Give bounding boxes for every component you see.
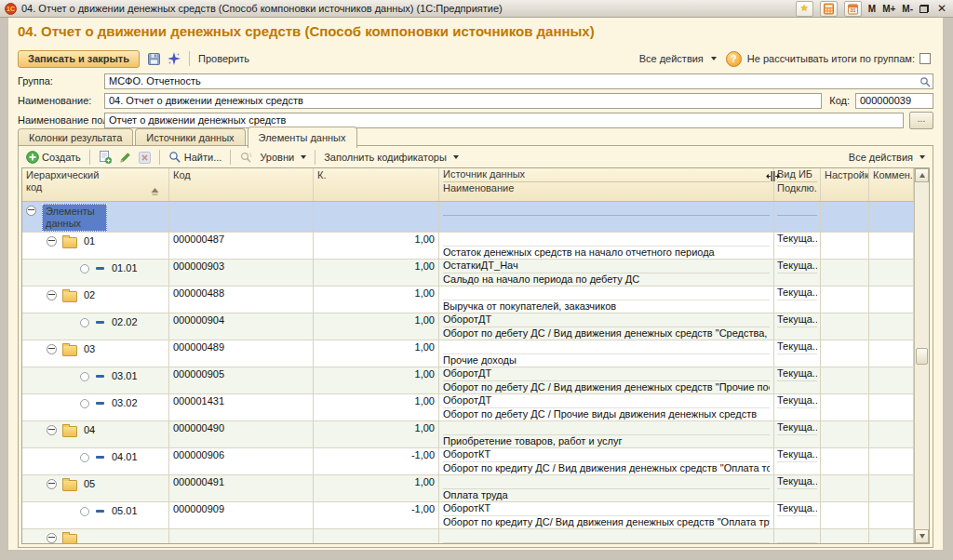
memory-m-plus-button[interactable]: M+ xyxy=(882,4,895,14)
table-row[interactable] xyxy=(22,529,914,543)
code-cell xyxy=(169,202,314,232)
coefficient-cell: 1,00 xyxy=(314,340,439,367)
source-line xyxy=(443,287,770,300)
table-row[interactable]: 05 000000491 1,00 Оплата труда Текуща... xyxy=(22,475,914,502)
create-button[interactable]: Создать xyxy=(22,150,85,165)
close-window-icon[interactable]: ✕ xyxy=(935,2,948,15)
header-hier-code[interactable]: Иерархический код xyxy=(22,168,169,201)
calculator-icon[interactable] xyxy=(820,1,838,17)
table-row[interactable]: 03 000000489 1,00 Прочие доходы Текуща..… xyxy=(22,340,914,367)
hier-code-cell: 01 xyxy=(22,233,169,259)
element-dash-icon xyxy=(96,456,104,459)
hier-code-cell: 02.02 xyxy=(22,313,169,340)
collapse-icon[interactable] xyxy=(26,206,36,216)
table-row-root[interactable]: Элементы данных xyxy=(22,202,914,233)
check-sparkle-icon-button[interactable] xyxy=(164,51,184,66)
settings-cell xyxy=(821,233,869,259)
header-settings[interactable]: Настройка xyxy=(821,168,869,201)
tree-rows: Элементы данных xyxy=(22,202,914,543)
group-field[interactable] xyxy=(104,73,933,89)
ib-kind-cell xyxy=(774,202,821,232)
levels-button[interactable]: Уровни xyxy=(256,151,310,164)
vertical-scrollbar[interactable] xyxy=(914,168,929,543)
table-row[interactable]: 03.01 000000905 1,00 ОборотДТ Оборот по … xyxy=(22,367,914,394)
tab-result-columns[interactable]: Колонки результата xyxy=(18,128,133,147)
edit-button[interactable] xyxy=(115,151,135,165)
element-dash-icon xyxy=(96,510,104,513)
fill-codifiers-button[interactable]: Заполнить кодификаторы xyxy=(320,151,463,164)
scrollbar-thumb[interactable] xyxy=(916,348,928,365)
copy-button[interactable] xyxy=(95,150,115,165)
comment-cell xyxy=(869,202,914,232)
name-line: Сальдо на начало периода по дебету ДС xyxy=(443,273,770,286)
header-source-name[interactable]: Источник данных Наименование xyxy=(439,168,774,201)
scroll-down-icon[interactable] xyxy=(915,529,929,543)
chevron-down-icon xyxy=(919,155,925,159)
collapse-icon[interactable] xyxy=(47,290,57,300)
more-button[interactable]: ... xyxy=(909,112,933,129)
comment-cell xyxy=(869,313,914,340)
memory-m-minus-button[interactable]: M- xyxy=(902,4,913,14)
sort-ascending-icon xyxy=(151,188,159,196)
tab-data-sources[interactable]: Источники данных xyxy=(135,128,245,147)
settings-cell xyxy=(821,287,869,313)
save-button[interactable] xyxy=(144,52,164,66)
code-cell: 000000904 xyxy=(169,313,314,340)
element-circle-icon xyxy=(80,372,89,381)
clear-search-button[interactable] xyxy=(235,150,256,165)
code-cell: 000000903 xyxy=(169,260,314,286)
scrollbar-track[interactable] xyxy=(915,182,929,529)
coefficient-cell: 1,00 xyxy=(314,260,439,286)
settings-cell xyxy=(821,529,869,543)
sparkle-icon xyxy=(168,52,181,65)
1c-app-icon[interactable]: 1С xyxy=(5,3,17,15)
code-cell: 000000489 xyxy=(169,340,314,367)
delete-button[interactable] xyxy=(135,151,154,165)
code-label: Код: xyxy=(829,95,850,106)
chevron-down-icon xyxy=(453,155,459,159)
ib-kind-cell: Текуща... xyxy=(774,421,821,447)
calendar-icon[interactable]: 31 xyxy=(844,1,862,17)
no-group-totals-checkbox[interactable] xyxy=(919,53,931,64)
code-field[interactable] xyxy=(855,93,933,109)
collapse-icon[interactable] xyxy=(47,533,57,543)
table-row[interactable]: 04 000000490 1,00 Приобретение товаров, … xyxy=(22,421,914,448)
check-button[interactable]: Проверить xyxy=(195,52,253,65)
save-and-close-button[interactable]: Записать и закрыть xyxy=(18,50,140,68)
table-row[interactable]: 02.02 000000904 1,00 ОборотДТ Оборот по … xyxy=(22,313,914,340)
table-row[interactable]: 01.01 000000903 1,00 ОстаткиДТ_Нач Сальд… xyxy=(22,260,914,287)
favorites-star-icon[interactable]: ★ xyxy=(796,1,813,17)
lookup-magnifier-icon[interactable] xyxy=(919,76,931,87)
collapse-icon[interactable] xyxy=(47,344,57,354)
full-name-field[interactable] xyxy=(104,113,904,128)
all-actions-button[interactable]: Все действия xyxy=(636,52,720,65)
collapse-icon[interactable] xyxy=(47,479,57,489)
collapse-icon[interactable] xyxy=(47,425,57,435)
help-icon[interactable]: ? xyxy=(726,51,742,67)
element-dash-icon xyxy=(96,321,104,324)
header-coefficient[interactable]: К. xyxy=(314,168,439,201)
comment-cell xyxy=(869,475,914,501)
table-row[interactable]: 02 000000488 1,00 Выручка от покупателей… xyxy=(22,287,914,313)
memory-m-button[interactable]: M xyxy=(868,4,876,14)
collapse-icon[interactable] xyxy=(47,236,57,247)
coefficient-cell: 1,00 xyxy=(314,287,439,313)
ib-kind-cell: Текуща... xyxy=(774,260,821,286)
header-code[interactable]: Код xyxy=(169,168,314,201)
header-comment[interactable]: Коммен... xyxy=(869,168,914,201)
table-row[interactable]: 03.02 000001431 1,00 ОборотДТ Оборот по … xyxy=(22,394,914,421)
table-row[interactable]: 01 000000487 1,00 Остаток денежных средс… xyxy=(22,233,914,260)
tab-data-elements[interactable]: Элементы данных xyxy=(248,127,357,148)
find-button[interactable]: Найти... xyxy=(165,150,226,165)
coefficient-cell: 1,00 xyxy=(314,475,439,501)
name-field[interactable] xyxy=(104,93,822,109)
name-row: Наименование: Код: xyxy=(18,92,933,109)
scroll-up-icon[interactable] xyxy=(915,168,929,182)
restore-window-icon[interactable] xyxy=(919,5,929,13)
header-ib-kind[interactable]: Вид ИБ Подклю... xyxy=(774,168,821,201)
table-row[interactable]: 05.01 000000909 -1,00 ОборотКТ Оборот по… xyxy=(22,502,914,529)
comment-cell xyxy=(869,394,914,420)
table-row[interactable]: 04.01 000000906 -1,00 ОборотКТ Оборот по… xyxy=(22,448,914,475)
list-all-actions-button[interactable]: Все действия xyxy=(845,151,929,164)
settings-cell xyxy=(821,202,869,232)
